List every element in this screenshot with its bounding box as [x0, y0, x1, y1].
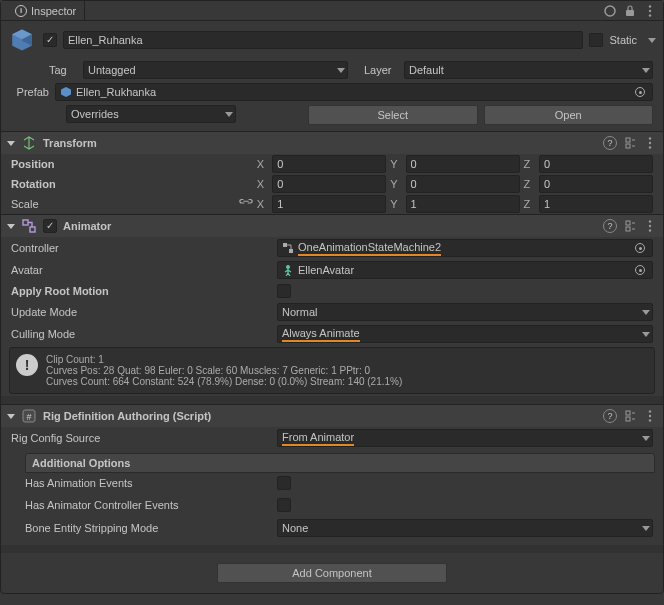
tag-label: Tag	[49, 64, 77, 76]
help-icon[interactable]: ?	[603, 136, 617, 150]
object-picker-icon[interactable]	[632, 84, 648, 100]
prefab-select-button[interactable]: Select	[308, 105, 478, 125]
svg-rect-10	[23, 220, 28, 225]
info-icon: i	[15, 5, 27, 17]
window-titlebar: i Inspector	[1, 1, 663, 21]
update-mode-label: Update Mode	[11, 306, 271, 318]
rotation-y-input[interactable]	[406, 175, 520, 193]
bone-entity-stripping-label: Bone Entity Stripping Mode	[25, 522, 271, 534]
constrain-scale-icon[interactable]	[239, 198, 253, 210]
object-picker-icon[interactable]	[632, 240, 648, 256]
static-label: Static	[609, 34, 637, 46]
window-menu-icon[interactable]	[643, 4, 657, 18]
svg-point-4	[649, 14, 651, 16]
svg-rect-18	[289, 249, 293, 253]
rigdef-title: Rig Definition Authoring (Script)	[43, 410, 211, 422]
preset-icon[interactable]	[623, 219, 637, 233]
animator-title: Animator	[63, 220, 111, 232]
object-picker-icon[interactable]	[632, 262, 648, 278]
svg-text:#: #	[26, 412, 31, 422]
svg-rect-13	[626, 227, 630, 231]
scale-x-input[interactable]	[272, 195, 386, 213]
svg-point-7	[649, 137, 651, 139]
add-component-button[interactable]: Add Component	[217, 563, 447, 583]
script-icon: #	[21, 408, 37, 424]
transform-icon	[21, 135, 37, 151]
help-icon[interactable]: ?	[603, 409, 617, 423]
bone-entity-stripping-dropdown[interactable]: None	[277, 519, 653, 537]
gameobject-header: Static	[1, 21, 663, 59]
tag-dropdown[interactable]: Untagged	[83, 61, 348, 79]
position-y-input[interactable]	[406, 155, 520, 173]
rotation-label: Rotation	[11, 178, 253, 190]
svg-point-25	[649, 415, 651, 417]
rig-config-source-dropdown[interactable]: From Animator	[277, 429, 653, 447]
preset-icon[interactable]	[623, 136, 637, 150]
scale-label: Scale	[11, 198, 39, 210]
avatar-field[interactable]: EllenAvatar	[277, 261, 653, 279]
has-animator-controller-events-label: Has Animator Controller Events	[25, 499, 271, 511]
svg-point-2	[649, 5, 651, 7]
rig-config-source-label: Rig Config Source	[11, 432, 271, 444]
component-menu-icon[interactable]	[643, 136, 657, 150]
static-dropdown-icon[interactable]	[643, 31, 657, 49]
scale-y-input[interactable]	[406, 195, 520, 213]
svg-rect-12	[626, 221, 630, 225]
help-icon[interactable]: ?	[603, 219, 617, 233]
layer-label: Layer	[364, 64, 398, 76]
gameobject-active-checkbox[interactable]	[43, 33, 57, 47]
rigdef-header[interactable]: # Rig Definition Authoring (Script) ?	[1, 404, 663, 427]
svg-rect-5	[626, 138, 630, 142]
svg-point-14	[649, 220, 651, 222]
svg-point-19	[286, 265, 290, 269]
animator-header[interactable]: Animator ?	[1, 214, 663, 237]
svg-point-3	[649, 9, 651, 11]
scale-z-input[interactable]	[539, 195, 653, 213]
layer-dropdown[interactable]: Default	[404, 61, 653, 79]
transform-header[interactable]: Transform ?	[1, 131, 663, 154]
culling-mode-label: Culling Mode	[11, 328, 271, 340]
apply-root-motion-checkbox[interactable]	[277, 284, 291, 298]
svg-rect-23	[626, 417, 630, 421]
svg-rect-17	[283, 243, 287, 247]
static-checkbox[interactable]	[589, 33, 603, 47]
close-icon[interactable]	[603, 4, 617, 18]
apply-root-motion-label: Apply Root Motion	[11, 285, 271, 297]
svg-rect-1	[626, 10, 634, 16]
rotation-x-input[interactable]	[272, 175, 386, 193]
prefab-open-button[interactable]: Open	[484, 105, 654, 125]
rotation-z-input[interactable]	[539, 175, 653, 193]
preset-icon[interactable]	[623, 409, 637, 423]
svg-point-15	[649, 225, 651, 227]
controller-field[interactable]: OneAnimationStateMachine2	[277, 239, 653, 257]
foldout-icon	[7, 224, 15, 229]
prefab-label: Prefab	[11, 86, 49, 98]
transform-title: Transform	[43, 137, 97, 149]
prefab-asset-field[interactable]: Ellen_Rukhanka	[55, 83, 653, 101]
additional-options-header: Additional Options	[25, 453, 655, 473]
lock-icon[interactable]	[623, 4, 637, 18]
update-mode-dropdown[interactable]: Normal	[277, 303, 653, 321]
svg-rect-22	[626, 411, 630, 415]
animator-enabled-checkbox[interactable]	[43, 219, 57, 233]
overrides-dropdown[interactable]: Overrides	[66, 105, 236, 123]
component-menu-icon[interactable]	[643, 409, 657, 423]
window-title: Inspector	[31, 5, 76, 17]
svg-point-26	[649, 419, 651, 421]
svg-point-8	[649, 142, 651, 144]
has-animator-controller-events-checkbox[interactable]	[277, 498, 291, 512]
inspector-tab[interactable]: i Inspector	[7, 1, 85, 20]
component-menu-icon[interactable]	[643, 219, 657, 233]
controller-label: Controller	[11, 242, 271, 254]
position-z-input[interactable]	[539, 155, 653, 173]
avatar-icon	[282, 264, 294, 276]
culling-mode-dropdown[interactable]: Always Animate	[277, 325, 653, 343]
position-x-input[interactable]	[272, 155, 386, 173]
gameobject-name-input[interactable]	[63, 31, 583, 49]
animator-controller-icon	[282, 242, 294, 254]
has-animation-events-checkbox[interactable]	[277, 476, 291, 490]
prefab-icon	[60, 86, 72, 98]
svg-rect-6	[626, 144, 630, 148]
prefab-cube-icon	[7, 25, 37, 55]
svg-point-0	[605, 6, 615, 16]
